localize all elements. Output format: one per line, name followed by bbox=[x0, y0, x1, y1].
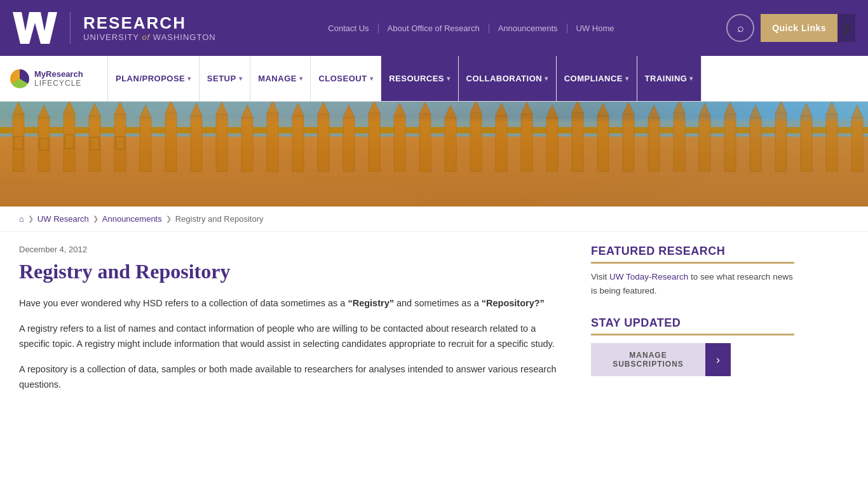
logo-area: RESEARCH UNIVERSITY of WASHINGTON bbox=[13, 6, 216, 50]
svg-rect-5 bbox=[13, 114, 24, 172]
article-title: Registry and Repository bbox=[19, 259, 566, 283]
header-nav-uwhome[interactable]: UW Home bbox=[567, 24, 623, 33]
nav-item-manage[interactable]: MANAGE ▾ bbox=[250, 56, 311, 101]
lifecycle-label: LIFECYCLE bbox=[34, 79, 83, 88]
svg-rect-31 bbox=[343, 118, 355, 172]
sidebar: FEATURED RESEARCH Visit UW Today-Researc… bbox=[591, 245, 794, 473]
svg-rect-15 bbox=[140, 118, 151, 172]
chevron-down-icon: ▾ bbox=[187, 75, 191, 82]
lifecycle-text: MyResearch LIFECYCLE bbox=[34, 69, 83, 88]
uw-logo-svg bbox=[13, 9, 57, 47]
article-paragraph-2: A registry refers to a list of names and… bbox=[19, 322, 566, 352]
svg-rect-57 bbox=[674, 113, 685, 172]
svg-rect-9 bbox=[64, 113, 75, 172]
nav-item-compliance[interactable]: COMPLIANCE ▾ bbox=[557, 56, 637, 101]
breadcrumb-sep-3: ❯ bbox=[166, 215, 172, 223]
svg-rect-51 bbox=[597, 116, 609, 172]
svg-rect-63 bbox=[750, 118, 761, 172]
breadcrumb-uw-research[interactable]: UW Research bbox=[37, 214, 89, 224]
svg-rect-41 bbox=[470, 113, 482, 172]
header-nav-contact[interactable]: Contact Us bbox=[319, 24, 378, 33]
uw-logo bbox=[13, 6, 57, 50]
hero-image bbox=[0, 102, 868, 207]
quick-links-button[interactable]: Quick Links bbox=[761, 14, 837, 42]
stay-updated-section: STAY UPDATED MANAGE SUBSCRIPTIONS › bbox=[591, 316, 794, 376]
header-right: ⌕ Quick Links ❯ bbox=[726, 14, 855, 42]
main-nav: MyResearch LIFECYCLE PLAN/PROPOSE ▾ SETU… bbox=[0, 56, 868, 102]
svg-rect-61 bbox=[724, 114, 736, 172]
article-paragraph-1: Have you ever wondered why HSD refers to… bbox=[19, 296, 566, 311]
stay-updated-title: STAY UPDATED bbox=[591, 316, 794, 336]
article-date: December 4, 2012 bbox=[19, 245, 566, 254]
search-button[interactable]: ⌕ bbox=[726, 14, 754, 42]
svg-rect-17 bbox=[165, 113, 177, 172]
breadcrumb-announcements[interactable]: Announcements bbox=[102, 214, 162, 224]
svg-rect-49 bbox=[572, 113, 583, 172]
svg-rect-13 bbox=[114, 114, 126, 172]
svg-rect-39 bbox=[445, 118, 456, 172]
chevron-down-icon: ▾ bbox=[239, 75, 243, 82]
breadcrumb-current: Registry and Repository bbox=[175, 214, 264, 224]
svg-marker-0 bbox=[13, 12, 57, 44]
nav-item-setup[interactable]: SETUP ▾ bbox=[200, 56, 250, 101]
repository-bold: “Repository?” bbox=[482, 298, 545, 308]
manage-subs-label[interactable]: MANAGE SUBSCRIPTIONS bbox=[591, 343, 705, 376]
header-nav: Contact Us About Office of Research Anno… bbox=[319, 24, 623, 33]
svg-rect-21 bbox=[216, 114, 227, 172]
svg-rect-69 bbox=[826, 114, 837, 172]
chevron-right-icon: ❯ bbox=[843, 22, 851, 34]
logo-research-title: RESEARCH bbox=[83, 14, 216, 32]
myresearch-label: MyResearch bbox=[34, 69, 83, 79]
breadcrumb-sep-1: ❯ bbox=[28, 215, 34, 223]
breadcrumb-home-link[interactable]: ⌂ bbox=[19, 214, 24, 224]
quick-links-label: Quick Links bbox=[772, 23, 826, 33]
registry-bold: “Registry” bbox=[348, 298, 394, 308]
svg-rect-37 bbox=[419, 114, 431, 172]
svg-rect-4 bbox=[0, 127, 868, 133]
chevron-down-icon: ▾ bbox=[447, 75, 451, 82]
svg-rect-7 bbox=[38, 118, 50, 172]
quick-links-wrapper: Quick Links ❯ bbox=[761, 14, 855, 42]
myresearch-lifecycle[interactable]: MyResearch LIFECYCLE bbox=[0, 56, 108, 101]
hero-svg bbox=[0, 102, 868, 207]
svg-rect-45 bbox=[521, 114, 532, 172]
svg-rect-65 bbox=[775, 113, 787, 172]
featured-research-text: Visit UW Today-Research to see what rese… bbox=[591, 270, 794, 297]
featured-research-title: FEATURED RESEARCH bbox=[591, 245, 794, 264]
nav-item-collaboration[interactable]: COLLABORATION ▾ bbox=[459, 56, 557, 101]
content-area: December 4, 2012 Registry and Repository… bbox=[0, 232, 868, 486]
chevron-down-icon: ▾ bbox=[299, 75, 303, 82]
breadcrumb: ⌂ ❯ UW Research ❯ Announcements ❯ Regist… bbox=[0, 207, 868, 232]
logo-uw-subtitle: UNIVERSITY of WASHINGTON bbox=[83, 32, 216, 42]
breadcrumb-sep-2: ❯ bbox=[93, 215, 98, 223]
svg-rect-33 bbox=[369, 113, 380, 172]
nav-items: PLAN/PROPOSE ▾ SETUP ▾ MANAGE ▾ CLOSEOUT… bbox=[108, 56, 868, 101]
nav-item-plan-propose[interactable]: PLAN/PROPOSE ▾ bbox=[108, 56, 200, 101]
header-nav-announcements[interactable]: Announcements bbox=[489, 24, 567, 33]
quick-links-arrow[interactable]: ❯ bbox=[837, 14, 855, 42]
nav-item-resources[interactable]: RESOURCES ▾ bbox=[381, 56, 458, 101]
svg-rect-59 bbox=[699, 116, 710, 172]
main-content: December 4, 2012 Registry and Repository… bbox=[19, 245, 566, 473]
arrow-right-icon: › bbox=[716, 353, 720, 367]
manage-subscriptions-button[interactable]: MANAGE SUBSCRIPTIONS › bbox=[591, 343, 731, 376]
svg-rect-35 bbox=[394, 116, 405, 172]
svg-rect-47 bbox=[546, 118, 558, 172]
svg-rect-71 bbox=[851, 118, 863, 172]
svg-rect-55 bbox=[648, 118, 660, 172]
chevron-down-icon: ▾ bbox=[689, 75, 693, 82]
uw-today-research-link[interactable]: UW Today-Research bbox=[609, 272, 688, 281]
nav-item-training[interactable]: TRAINING ▾ bbox=[637, 56, 702, 101]
svg-rect-67 bbox=[801, 116, 812, 172]
header-nav-about[interactable]: About Office of Research bbox=[379, 24, 489, 33]
article-body: Have you ever wondered why HSD refers to… bbox=[19, 296, 566, 393]
site-header: RESEARCH UNIVERSITY of WASHINGTON Contac… bbox=[0, 0, 868, 56]
search-icon: ⌕ bbox=[737, 22, 744, 35]
svg-rect-43 bbox=[496, 116, 507, 172]
svg-rect-11 bbox=[89, 116, 100, 172]
home-icon: ⌂ bbox=[19, 214, 24, 224]
nav-item-closeout[interactable]: CLOSEOUT ▾ bbox=[311, 56, 381, 101]
svg-rect-27 bbox=[292, 116, 304, 172]
chevron-down-icon: ▾ bbox=[370, 75, 374, 82]
manage-subs-arrow-button[interactable]: › bbox=[705, 343, 731, 376]
